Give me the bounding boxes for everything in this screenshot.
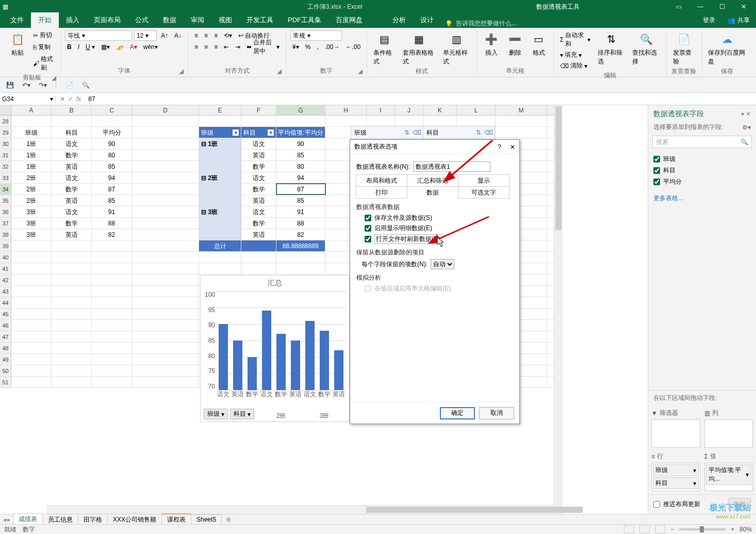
filter-class[interactable]: 班级 ⇅⌫ [351, 126, 423, 139]
cell[interactable] [92, 286, 132, 297]
font-dialog-icon[interactable]: ◢ [179, 68, 184, 75]
cell[interactable] [11, 263, 52, 274]
sheet-tab[interactable]: 课程表 [161, 513, 191, 525]
format-painter-button[interactable]: 🖌格式刷 [31, 54, 56, 73]
field-label[interactable]: 科目 [663, 166, 676, 175]
sheet-tab[interactable]: Sheet5 [191, 514, 222, 524]
row-head[interactable]: 28 [0, 116, 11, 126]
rows-area[interactable]: 班级▾ 科目▾ [651, 463, 700, 491]
cell[interactable] [11, 240, 52, 251]
cell[interactable]: 英语 [241, 150, 276, 160]
cell[interactable] [132, 206, 199, 217]
col-head[interactable]: E [199, 105, 241, 115]
tab-page-layout[interactable]: 页面布局 [87, 12, 128, 28]
share-button[interactable]: 👥共享 [721, 13, 756, 28]
more-tables-link[interactable]: 更多表格... [648, 192, 756, 205]
field-label[interactable]: 班级 [663, 155, 676, 164]
sheet-tab[interactable]: 田字格 [78, 514, 108, 525]
cell[interactable] [52, 263, 92, 274]
fill-button[interactable]: ▾填充▾ [558, 50, 593, 60]
grow-font-icon[interactable]: A↑ [159, 31, 170, 40]
cell[interactable] [132, 377, 199, 387]
ok-button[interactable]: 确定 [440, 407, 475, 419]
indent-increase-icon[interactable]: ⇥ [233, 42, 242, 52]
row-head[interactable]: 34 [0, 184, 11, 195]
cell[interactable]: 94 [276, 172, 325, 183]
cell[interactable] [11, 252, 52, 263]
close-icon[interactable]: ✕ [510, 143, 515, 151]
area-item[interactable]: 平均值项:平均...▾ [706, 464, 752, 485]
percent-icon[interactable]: % [303, 42, 313, 52]
cell[interactable] [132, 116, 199, 126]
find-select-button[interactable]: 🔍查找和选择 [630, 30, 662, 71]
close-icon[interactable]: ✕ [734, 0, 753, 13]
cell[interactable] [92, 365, 132, 376]
cell[interactable] [11, 354, 52, 365]
cell[interactable]: 数学 [52, 184, 92, 195]
merge-center-button[interactable]: ⬌合并后居中▾ [244, 37, 282, 57]
cell[interactable] [11, 286, 52, 297]
row-head[interactable]: 46 [0, 320, 11, 331]
cell[interactable]: 英语 [52, 161, 92, 172]
row-head[interactable]: 43 [0, 286, 11, 297]
row-head[interactable]: 47 [0, 331, 11, 342]
cell[interactable] [92, 343, 132, 353]
align-top-icon[interactable]: ≡ [192, 31, 200, 40]
clipboard-dialog-icon[interactable]: ◢ [52, 74, 56, 82]
cell[interactable]: 科目▾ [241, 127, 276, 138]
cell[interactable]: 语文 [52, 138, 92, 149]
col-head[interactable]: F [241, 105, 276, 115]
row-head[interactable]: 49 [0, 354, 11, 365]
tab-formulas[interactable]: 公式 [128, 12, 156, 28]
cell[interactable]: 87 [92, 184, 132, 195]
cell[interactable] [92, 263, 132, 274]
cell[interactable] [423, 116, 457, 126]
cell[interactable] [132, 297, 199, 308]
dlg-tab-display[interactable]: 显示 [458, 174, 510, 187]
cell[interactable] [11, 320, 52, 331]
cell[interactable] [92, 297, 132, 308]
sort-filter-button[interactable]: ⇅排序和筛选 [596, 30, 628, 71]
view-page-break-icon[interactable] [655, 525, 665, 533]
cell[interactable] [496, 127, 547, 138]
cell[interactable]: 科目 [52, 127, 92, 138]
cell[interactable] [52, 240, 92, 251]
copy-button[interactable]: ⎘复制 [31, 42, 56, 53]
row-head[interactable]: 30 [0, 138, 11, 149]
cell[interactable] [11, 309, 52, 319]
sheet-tab[interactable]: 员工信息 [42, 514, 78, 525]
cell[interactable]: 2班 [11, 172, 52, 183]
ribbon-options-icon[interactable]: ▭ [669, 0, 688, 13]
cell[interactable] [367, 116, 395, 126]
underline-button[interactable]: U▾ [84, 42, 97, 52]
cell[interactable] [52, 365, 92, 376]
italic-button[interactable]: I [76, 42, 81, 52]
cell[interactable]: 语文 [52, 206, 92, 217]
dlg-tab-totals[interactable]: 汇总和筛选 [407, 174, 458, 187]
increase-decimal-icon[interactable]: .00→ [323, 42, 342, 52]
font-name-combo[interactable]: 等线▾ [65, 30, 132, 41]
indent-decrease-icon[interactable]: ⇤ [222, 42, 231, 52]
phonetic-button[interactable]: wén▾ [141, 42, 160, 52]
row-head[interactable]: 32 [0, 161, 11, 172]
comma-icon[interactable]: , [315, 42, 320, 52]
border-button[interactable]: ▦▾ [99, 42, 112, 52]
row-head[interactable]: 45 [0, 309, 11, 319]
cell[interactable] [132, 229, 199, 240]
cell[interactable] [52, 331, 92, 342]
align-left-icon[interactable]: ≡ [192, 42, 200, 52]
cell[interactable] [132, 184, 199, 195]
row-head[interactable]: 37 [0, 218, 11, 229]
number-format-combo[interactable]: 常规▾ [290, 30, 342, 41]
formula-input[interactable]: 87 [85, 95, 756, 103]
cell[interactable] [199, 150, 241, 160]
cell[interactable]: 班级 [11, 127, 52, 138]
field-label[interactable]: 平均分 [663, 177, 682, 186]
clear-button[interactable]: ⌫清除▾ [558, 60, 593, 71]
values-area[interactable]: 平均值项:平均...▾ [704, 463, 753, 491]
tab-insert[interactable]: 插入 [59, 12, 87, 28]
decrease-decimal-icon[interactable]: ←.00 [343, 42, 363, 52]
cell[interactable]: 3班 [11, 218, 52, 229]
paste-button[interactable]: 📋粘贴 [7, 30, 28, 73]
cell[interactable] [52, 354, 92, 365]
